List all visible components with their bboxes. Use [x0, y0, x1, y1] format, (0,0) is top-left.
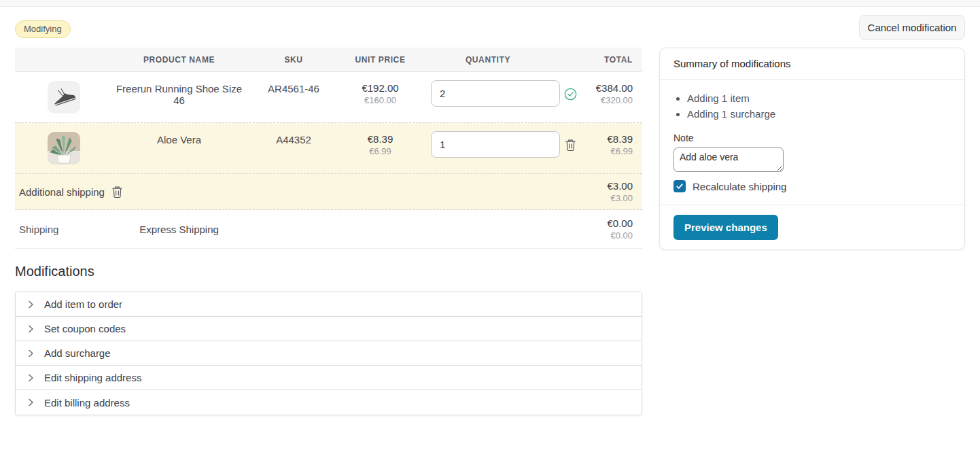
column-header-unit-price: UNIT PRICE	[341, 48, 419, 71]
status-badge: Modifying	[15, 20, 71, 38]
chevron-right-icon	[25, 299, 36, 310]
unit-price-gross: €192.00	[341, 82, 419, 94]
line-total-net: €320.00	[584, 95, 633, 105]
surcharge-total-net: €3.00	[607, 193, 633, 203]
summary-bullet: Adding 1 item	[687, 90, 951, 106]
column-header-action	[557, 48, 584, 71]
product-name: Freerun Running Shoe Size 46	[112, 72, 246, 122]
summary-bullet-list: Adding 1 item Adding 1 surcharge	[673, 90, 951, 122]
shipping-method: Express Shipping	[112, 224, 246, 235]
shipping-label: Shipping	[15, 224, 112, 235]
product-sku: AR4561-46	[246, 72, 341, 122]
column-header-product-name: PRODUCT NAME	[112, 48, 246, 71]
trash-icon[interactable]	[111, 186, 123, 198]
chevron-right-icon	[25, 348, 36, 359]
shipping-row: Shipping Express Shipping €0.00 €0.00	[15, 210, 642, 249]
accordion-item-add-item[interactable]: Add item to order	[16, 292, 642, 317]
accordion-item-coupon-codes[interactable]: Set coupon codes	[16, 317, 642, 341]
note-textarea[interactable]: Add aloe vera	[673, 147, 784, 172]
accordion-item-label: Set coupon codes	[44, 323, 126, 334]
cancel-modification-button[interactable]: Cancel modification	[859, 15, 965, 40]
modifications-title: Modifications	[15, 264, 94, 279]
check-circle-icon	[564, 88, 577, 122]
surcharge-row: Additional shipping €3.00 €3.00	[15, 174, 642, 210]
quantity-input[interactable]	[431, 131, 560, 158]
preview-changes-button[interactable]: Preview changes	[673, 215, 778, 240]
unit-price-net: €6.99	[341, 146, 419, 156]
trash-icon[interactable]	[565, 139, 576, 173]
surcharge-label: Additional shipping	[19, 186, 105, 198]
product-image-aloe-vera	[48, 132, 80, 164]
product-image-running-shoe	[48, 81, 80, 114]
modifications-accordion: Add item to order Set coupon codes Add s…	[15, 292, 642, 415]
summary-card: Summary of modifications Adding 1 item A…	[659, 48, 965, 250]
order-items-table: PRODUCT NAME SKU UNIT PRICE QUANTITY TOT…	[15, 48, 642, 249]
summary-bullet: Adding 1 surcharge	[687, 106, 951, 122]
accordion-item-label: Add surcharge	[44, 347, 111, 359]
accordion-item-label: Add item to order	[44, 298, 122, 310]
accordion-item-label: Edit shipping address	[44, 372, 141, 383]
table-header-row: PRODUCT NAME SKU UNIT PRICE QUANTITY TOT…	[15, 48, 642, 72]
shipping-total-net: €0.00	[246, 230, 633, 241]
quantity-input[interactable]	[431, 80, 560, 107]
summary-title: Summary of modifications	[660, 48, 964, 80]
unit-price-gross: €8.39	[341, 133, 419, 145]
table-row: Aloe Vera A44352 €8.39 €6.99 €8.39 €6.99	[15, 123, 642, 174]
product-name: Aloe Vera	[112, 123, 246, 173]
column-header-quantity: QUANTITY	[419, 48, 557, 71]
chevron-right-icon	[25, 372, 36, 383]
shipping-total-gross: €0.00	[246, 218, 633, 229]
accordion-item-edit-billing-address[interactable]: Edit billing address	[16, 390, 642, 415]
line-total-gross: €384.00	[584, 82, 633, 94]
recalculate-shipping-label: Recalculate shipping	[693, 181, 786, 192]
recalculate-shipping-checkbox[interactable]	[673, 180, 686, 192]
chevron-right-icon	[25, 397, 36, 408]
line-total-net: €6.99	[584, 146, 633, 156]
top-bar	[0, 0, 980, 7]
table-row: Freerun Running Shoe Size 46 AR4561-46 €…	[15, 72, 642, 123]
column-header-image	[15, 48, 112, 71]
unit-price-net: €160.00	[341, 95, 419, 105]
accordion-item-label: Edit billing address	[44, 397, 130, 409]
chevron-right-icon	[25, 324, 36, 334]
surcharge-total-gross: €3.00	[607, 180, 633, 192]
line-total-gross: €8.39	[584, 133, 633, 145]
column-header-total: TOTAL	[584, 48, 642, 71]
accordion-item-edit-shipping-address[interactable]: Edit shipping address	[16, 366, 642, 390]
column-header-sku: SKU	[246, 48, 341, 71]
note-label: Note	[673, 133, 951, 143]
product-sku: A44352	[246, 123, 341, 173]
accordion-item-add-surcharge[interactable]: Add surcharge	[16, 341, 642, 366]
